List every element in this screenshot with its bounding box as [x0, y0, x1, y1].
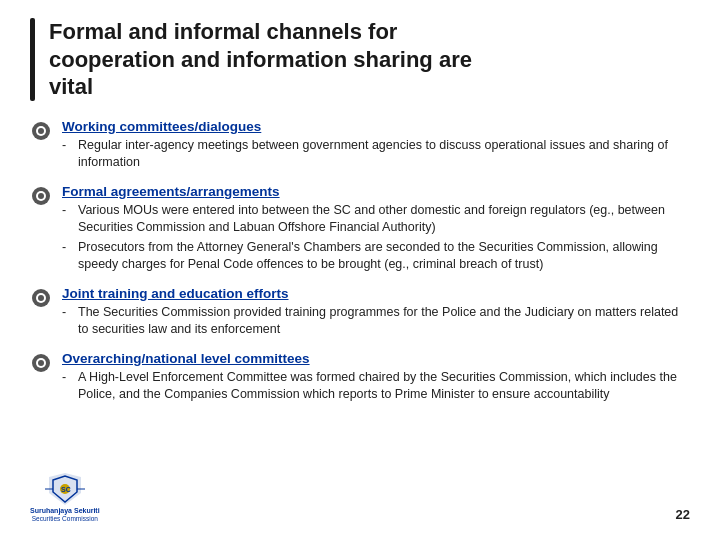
working-committees-subitems: - Regular inter-agency meetings between …: [62, 137, 690, 172]
sub-text: A High-Level Enforcement Committee was f…: [78, 369, 690, 404]
slide: Formal and informal channels for coopera…: [0, 0, 720, 540]
footer: SC Suruhanjaya Sekuriti Securities Commi…: [30, 467, 690, 522]
logo-text-sub: Securities Commission: [32, 515, 98, 522]
list-item: - Regular inter-agency meetings between …: [62, 137, 690, 172]
svg-point-8: [38, 295, 44, 301]
list-item: - A High-Level Enforcement Committee was…: [62, 369, 690, 404]
bullet-joint-training: Joint training and education efforts - T…: [30, 286, 690, 341]
list-item: - The Securities Commission provided tra…: [62, 304, 690, 339]
sc-logo: SC: [39, 471, 91, 507]
svg-point-5: [38, 193, 44, 199]
title-bar: [30, 18, 35, 101]
overarching-subitems: - A High-Level Enforcement Committee was…: [62, 369, 690, 404]
joint-training-subitems: - The Securities Commission provided tra…: [62, 304, 690, 339]
slide-title: Formal and informal channels for coopera…: [49, 18, 472, 101]
page-number: 22: [676, 507, 690, 522]
dash: -: [62, 239, 76, 257]
bullet-formal-agreements: Formal agreements/arrangements - Various…: [30, 184, 690, 276]
dash: -: [62, 369, 76, 387]
svg-point-11: [38, 360, 44, 366]
formal-agreements-heading: Formal agreements/arrangements: [62, 184, 690, 199]
overarching-heading: Overarching/national level committees: [62, 351, 690, 366]
working-committees-heading: Working committees/dialogues: [62, 119, 690, 134]
joint-training-heading: Joint training and education efforts: [62, 286, 690, 301]
overarching-content: Overarching/national level committees - …: [62, 351, 690, 406]
sub-text: Various MOUs were entered into between t…: [78, 202, 690, 237]
list-item: - Various MOUs were entered into between…: [62, 202, 690, 237]
joint-training-content: Joint training and education efforts - T…: [62, 286, 690, 341]
dash: -: [62, 202, 76, 220]
logo-text-main: Suruhanjaya Sekuriti: [30, 507, 100, 515]
content-area: Working committees/dialogues - Regular i…: [30, 119, 690, 461]
dash: -: [62, 304, 76, 322]
working-committees-content: Working committees/dialogues - Regular i…: [62, 119, 690, 174]
sub-text: Prosecutors from the Attorney General's …: [78, 239, 690, 274]
bullet-icon-1: [30, 120, 52, 142]
svg-point-2: [38, 128, 44, 134]
sub-text: Regular inter-agency meetings between go…: [78, 137, 690, 172]
bullet-icon-3: [30, 287, 52, 309]
bullet-overarching: Overarching/national level committees - …: [30, 351, 690, 406]
svg-text:SC: SC: [61, 486, 71, 493]
dash: -: [62, 137, 76, 155]
sub-text: The Securities Commission provided train…: [78, 304, 690, 339]
bullet-working-committees: Working committees/dialogues - Regular i…: [30, 119, 690, 174]
bullet-icon-4: [30, 352, 52, 374]
title-section: Formal and informal channels for coopera…: [30, 18, 690, 101]
logo-area: SC Suruhanjaya Sekuriti Securities Commi…: [30, 471, 100, 522]
list-item: - Prosecutors from the Attorney General'…: [62, 239, 690, 274]
formal-agreements-subitems: - Various MOUs were entered into between…: [62, 202, 690, 274]
bullet-icon-2: [30, 185, 52, 207]
formal-agreements-content: Formal agreements/arrangements - Various…: [62, 184, 690, 276]
